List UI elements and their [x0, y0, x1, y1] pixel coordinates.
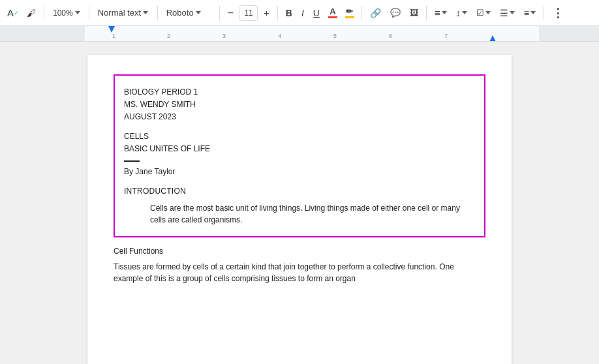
spellcheck-button[interactable]: A✓: [4, 4, 22, 22]
italic-icon: I: [301, 8, 304, 18]
separator-7: [426, 6, 427, 20]
highlight-button[interactable]: ✏: [343, 4, 357, 22]
more-options-icon: ⋮: [552, 6, 564, 20]
comment-button[interactable]: 💬: [387, 4, 404, 22]
line-spacing-icon: ↕: [456, 8, 461, 18]
underline-icon: U: [313, 8, 320, 18]
line-spacing-button[interactable]: ↕: [453, 4, 470, 22]
svg-marker-0: [108, 26, 115, 33]
paint-format-button[interactable]: 🖌: [23, 4, 39, 22]
font-name-value: Roboto: [166, 8, 194, 18]
increase-font-icon: +: [264, 7, 269, 18]
numbered-list-icon: ≡: [524, 8, 529, 18]
align-icon: ≡: [435, 7, 440, 18]
bullet-list-button[interactable]: ☰: [497, 4, 518, 22]
underline-button[interactable]: U: [310, 4, 323, 22]
font-name-dropdown[interactable]: Roboto: [162, 4, 215, 22]
increase-font-button[interactable]: +: [260, 4, 273, 22]
align-chevron-icon: [442, 11, 447, 14]
checklist-icon: ☑: [476, 8, 484, 18]
zoom-dropdown[interactable]: 100%: [49, 4, 84, 22]
comment-icon: 💬: [390, 8, 401, 18]
intro-paragraph-wrapper: Cells are the most basic unit of living …: [124, 202, 475, 226]
line-spacing-chevron-icon: [462, 11, 467, 14]
highlight-swatch: [345, 16, 354, 18]
separator-5: [277, 6, 278, 20]
decrease-font-icon: −: [228, 7, 234, 19]
document-area: BIOLOGY PERIOD 1 MS. WENDY SMITH AUGUST …: [0, 42, 599, 364]
intro-heading: INTRODUCTION: [124, 187, 475, 196]
bullet-list-icon: ☰: [500, 8, 508, 18]
text-color-icon: A: [330, 7, 335, 16]
spellcheck-icon: A: [7, 7, 14, 18]
separator-6: [361, 6, 362, 20]
paint-format-icon: 🖌: [27, 8, 36, 18]
font-name-chevron-icon: [196, 11, 201, 14]
separator-8: [544, 6, 544, 20]
align-button[interactable]: ≡: [431, 4, 450, 22]
bold-button[interactable]: B: [283, 4, 296, 22]
selected-content-block[interactable]: BIOLOGY PERIOD 1 MS. WENDY SMITH AUGUST …: [114, 74, 485, 237]
subtitle-block: CELLS BASIC UNITES OF LIFE: [124, 130, 475, 155]
below-selection: Cell Functions Tissues are formed by cel…: [114, 247, 485, 284]
checklist-chevron-icon: [485, 11, 491, 14]
checklist-button[interactable]: ☑: [473, 4, 494, 22]
bold-icon: B: [286, 8, 292, 18]
date-line: AUGUST 2023: [124, 111, 475, 123]
separator-2: [89, 6, 89, 20]
separator: [44, 6, 44, 20]
cells-subtitle: BASIC UNITES OF LIFE: [124, 143, 475, 155]
text-color-button[interactable]: A: [326, 4, 340, 22]
bullet-chevron-icon: [510, 11, 515, 14]
link-button[interactable]: 🔗: [367, 4, 384, 22]
author-line: By Jane Taylor: [124, 167, 475, 176]
decrease-font-button[interactable]: −: [224, 4, 237, 22]
more-options-button[interactable]: ⋮: [549, 4, 567, 22]
font-style-value: Normal text: [98, 8, 141, 18]
toolbar: A✓ 🖌 100% Normal text Roboto − + B I U: [0, 0, 599, 26]
font-style-chevron-icon: [143, 11, 148, 14]
title-block: BIOLOGY PERIOD 1 MS. WENDY SMITH AUGUST …: [124, 86, 475, 124]
numbered-chevron-icon: [530, 11, 536, 14]
tab-marker-left: [108, 26, 115, 33]
link-icon: 🔗: [370, 8, 381, 18]
text-color-swatch: [328, 16, 337, 18]
italic-button[interactable]: I: [298, 4, 307, 22]
highlight-icon: ✏: [346, 7, 353, 16]
image-button[interactable]: 🖼: [407, 4, 422, 22]
divider: [124, 160, 140, 162]
separator-4: [219, 6, 220, 20]
zoom-value: 100%: [53, 8, 73, 18]
numbered-list-button[interactable]: ≡: [521, 4, 539, 22]
cells-title: CELLS: [124, 130, 475, 143]
tissues-paragraph: Tissues are formed by cells of a certain…: [114, 261, 485, 284]
cell-functions-heading: Cell Functions: [114, 247, 485, 256]
image-icon: 🖼: [410, 8, 418, 18]
intro-paragraph: Cells are the most basic unit of living …: [150, 202, 475, 226]
page: BIOLOGY PERIOD 1 MS. WENDY SMITH AUGUST …: [87, 55, 512, 364]
period-line: BIOLOGY PERIOD 1: [124, 86, 475, 99]
font-style-dropdown[interactable]: Normal text: [94, 4, 153, 22]
ruler: 1 2 3 4 5 6 7: [0, 26, 599, 42]
separator-3: [157, 6, 158, 20]
teacher-line: MS. WENDY SMITH: [124, 99, 475, 111]
font-size-input[interactable]: [239, 5, 258, 21]
zoom-chevron-icon: [75, 11, 80, 14]
